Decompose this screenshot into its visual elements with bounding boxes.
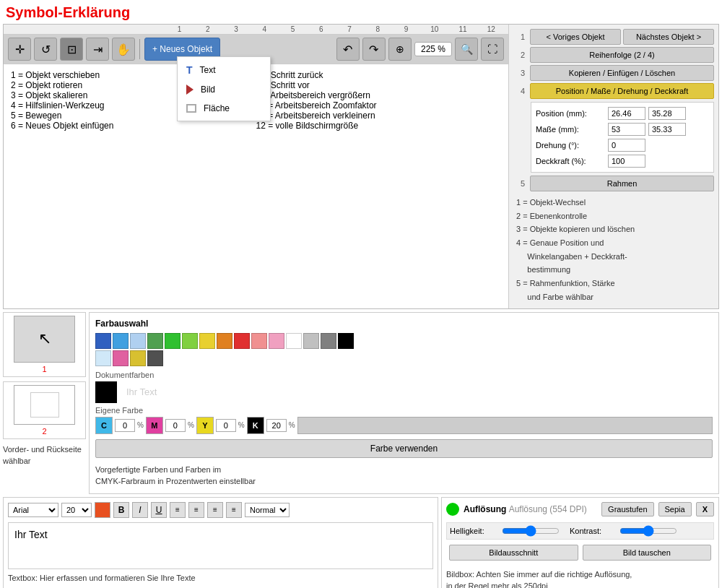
cmyk-k-btn[interactable]: K	[247, 417, 264, 434]
next-object-btn[interactable]: Nächstes Objekt >	[623, 29, 714, 45]
kontrast-label: Kontrast:	[570, 527, 617, 535]
swatch-orange[interactable]	[217, 333, 232, 349]
swatch-blue-light[interactable]	[113, 333, 129, 349]
position-y-input[interactable]	[648, 107, 686, 120]
swatch-lime[interactable]	[182, 333, 198, 349]
ruler-1: 1	[165, 25, 193, 33]
menu-image-item[interactable]: Bild	[178, 80, 270, 99]
menu-image-label: Bild	[201, 85, 215, 95]
ruler-4: 4	[251, 25, 279, 33]
swatch-blue-dark[interactable]	[95, 333, 111, 349]
dpi-label-dpi: Auflösung (554 DPI)	[509, 504, 587, 514]
ruler-8: 8	[364, 25, 392, 33]
cmyk-y-btn[interactable]: Y	[196, 417, 214, 434]
swatch-gold[interactable]	[130, 350, 146, 366]
swatch-green[interactable]	[165, 333, 180, 349]
doc-swatch-black[interactable]	[95, 381, 117, 403]
reihenfolge-row: 2 Reihenfolge (2 / 4)	[513, 47, 714, 63]
status-dot	[446, 503, 459, 516]
guide-tool-btn[interactable]: ⇥	[86, 38, 109, 61]
doc-colors-row: Ihr Text	[95, 381, 713, 403]
reihenfolge-btn[interactable]: Reihenfolge (2 / 4)	[530, 47, 714, 63]
sliders-row: Helligkeit: Kontrast:	[446, 522, 714, 540]
kontrast-slider[interactable]	[619, 525, 677, 537]
swatch-pink[interactable]	[269, 333, 284, 349]
text-color-btn[interactable]	[95, 502, 110, 518]
swatch-magenta[interactable]	[113, 350, 129, 366]
cmyk-preview	[297, 417, 713, 434]
rahmen-btn[interactable]: Rahmen	[530, 176, 714, 191]
position-label: Position (mm):	[536, 109, 608, 118]
swatch-white[interactable]	[286, 333, 302, 349]
underline-btn[interactable]: U	[151, 502, 167, 518]
align-justify-btn[interactable]: ≡	[226, 502, 242, 518]
bildausschnitt-btn[interactable]: Bildausschnitt	[449, 545, 578, 561]
farbe-verwenden-btn[interactable]: Farbe verwenden	[95, 439, 713, 458]
align-left-btn[interactable]: ≡	[170, 502, 186, 518]
sepia-btn[interactable]: Sepia	[658, 502, 692, 516]
deckkraft-input[interactable]	[608, 155, 645, 168]
text-input-area[interactable]: Ihr Text	[8, 522, 433, 569]
drehung-input[interactable]	[608, 139, 645, 152]
deckkraft-grid-row: Deckkraft (%):	[536, 155, 709, 168]
imagebox-desc-2: in der Regel mehr als 250dpi	[446, 581, 548, 588]
menu-text-item[interactable]: T Text	[178, 60, 270, 80]
imagebox-desc: Bildbox: Achten Sie immer auf die richti…	[446, 568, 714, 589]
align-center-btn[interactable]: ≡	[188, 502, 204, 518]
swatch-red[interactable]	[234, 333, 250, 349]
position-btn[interactable]: Position / Maße / Drehung / Deckkraft	[530, 83, 714, 99]
x-btn[interactable]: X	[696, 502, 714, 516]
obj-panel: ↖ 1 2 Vorder- und Rückseitewählbar	[3, 312, 86, 494]
bild-tauschen-btn[interactable]: Bild tauschen	[583, 545, 712, 561]
scale-tool-btn[interactable]: ⊡	[60, 38, 83, 61]
align-right-btn[interactable]: ≡	[207, 502, 223, 518]
zoom-out-btn[interactable]: 🔍	[455, 38, 478, 61]
cmyk-c-input[interactable]	[115, 419, 135, 432]
drehung-grid-row: Drehung (°):	[536, 139, 709, 152]
style-select[interactable]: Normal	[245, 503, 290, 517]
cmyk-m-btn[interactable]: M	[146, 417, 163, 434]
graustufen-btn[interactable]: Graustufen	[601, 502, 653, 516]
masse-h-input[interactable]	[648, 123, 686, 136]
cmyk-y-input[interactable]	[216, 419, 236, 432]
move-tool-btn[interactable]: ✛	[8, 38, 31, 61]
desc-item-11: 11 = Arbeitsbereich verkleinern	[256, 111, 502, 121]
swatch-blue-pale[interactable]	[130, 333, 146, 349]
swatch-blue-very-light[interactable]	[95, 350, 111, 366]
helligkeit-slider[interactable]	[502, 525, 560, 537]
cursor-icon: ↖	[38, 329, 51, 348]
color-panel-title: Farbauswahl	[95, 319, 713, 329]
swatch-gray-light[interactable]	[303, 333, 319, 349]
eigene-farbe-label: Eigene Farbe	[95, 406, 713, 415]
italic-btn[interactable]: I	[132, 502, 148, 518]
swatch-pink-light[interactable]	[251, 333, 267, 349]
cmyk-row: C % M % Y % K %	[95, 417, 713, 434]
cmyk-k-pct: %	[289, 421, 295, 429]
swatch-gray[interactable]	[321, 333, 336, 349]
fullscreen-btn[interactable]: ⛶	[481, 38, 504, 61]
cmyk-k-input[interactable]	[266, 419, 287, 432]
color-placeholder-area: Ihr Text	[119, 381, 713, 403]
color-swatches-row1	[95, 333, 713, 349]
kopieren-btn[interactable]: Kopieren / Einfügen / Löschen	[530, 65, 714, 81]
search-btn[interactable]: ⊕	[388, 38, 412, 61]
menu-shape-item[interactable]: Fläche	[178, 99, 270, 118]
ruler-7: 7	[336, 25, 364, 33]
redo-btn[interactable]: ↷	[362, 38, 386, 61]
size-select[interactable]: 20	[61, 503, 92, 517]
prev-object-btn[interactable]: < Voriges Objekt	[530, 29, 621, 45]
row4-num: 4	[513, 87, 528, 95]
font-select[interactable]: Arial	[8, 503, 58, 517]
masse-w-input[interactable]	[608, 123, 645, 136]
position-x-input[interactable]	[608, 107, 645, 120]
cmyk-m-input[interactable]	[165, 419, 186, 432]
undo-btn[interactable]: ↶	[336, 38, 360, 61]
rotate-tool-btn[interactable]: ↺	[34, 38, 57, 61]
swatch-yellow[interactable]	[199, 333, 215, 349]
move2-tool-btn[interactable]: ✋	[112, 38, 135, 61]
cmyk-c-btn[interactable]: C	[95, 417, 113, 434]
swatch-dark-gray[interactable]	[147, 350, 163, 366]
bold-btn[interactable]: B	[113, 502, 129, 518]
swatch-green-dark[interactable]	[147, 333, 163, 349]
swatch-black[interactable]	[338, 333, 354, 349]
